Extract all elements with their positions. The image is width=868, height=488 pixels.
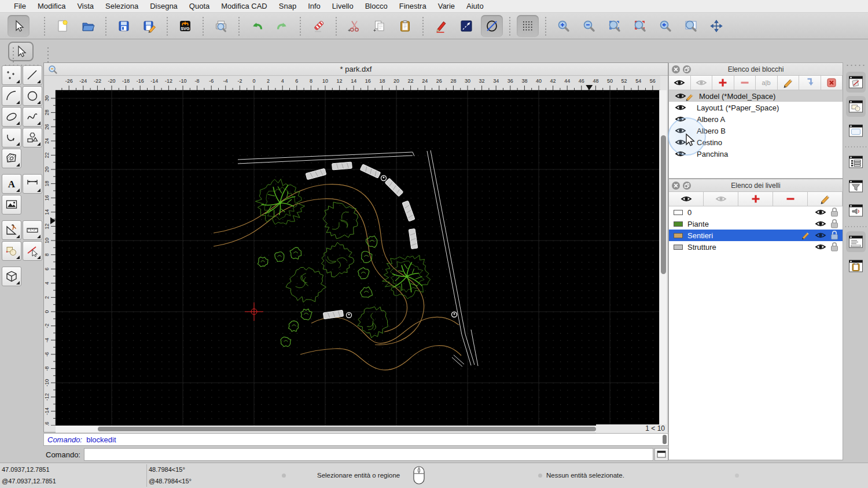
zoom-previous-button[interactable] bbox=[654, 15, 676, 37]
dock-list-window-button[interactable] bbox=[846, 151, 866, 172]
block-row[interactable]: Model (*Model_Space) bbox=[669, 90, 843, 102]
redo-button[interactable] bbox=[271, 15, 293, 37]
visibility-toggle[interactable] bbox=[815, 218, 826, 230]
scrollbar-thumb[interactable] bbox=[661, 135, 666, 274]
menu-quota[interactable]: Quota bbox=[183, 0, 215, 13]
visibility-toggle[interactable] bbox=[669, 148, 692, 160]
rename-block-button[interactable]: a|b bbox=[756, 76, 778, 90]
visibility-toggle[interactable] bbox=[669, 102, 692, 113]
lock-icon[interactable] bbox=[830, 241, 839, 253]
scrollbar-thumb[interactable] bbox=[98, 427, 596, 431]
menu-finestra[interactable]: Finestra bbox=[393, 0, 432, 13]
undo-button[interactable] bbox=[246, 15, 268, 37]
command-input[interactable] bbox=[84, 448, 653, 461]
dock-pencil-window-button[interactable] bbox=[846, 72, 866, 93]
menu-snap[interactable]: Snap bbox=[273, 0, 302, 13]
show-block-button[interactable] bbox=[669, 76, 691, 90]
measure-tool[interactable] bbox=[23, 220, 42, 240]
line-arrow-button[interactable] bbox=[455, 15, 477, 37]
visibility-toggle[interactable] bbox=[815, 206, 826, 218]
points-tool[interactable] bbox=[2, 65, 21, 85]
arc-tool[interactable] bbox=[2, 86, 21, 106]
modify-tool[interactable] bbox=[2, 220, 21, 240]
block-tools-tool[interactable] bbox=[2, 241, 21, 261]
zoom-out-button[interactable] bbox=[578, 15, 600, 37]
paste-button[interactable] bbox=[394, 15, 416, 37]
insert-block-button[interactable] bbox=[799, 76, 821, 90]
layer-row[interactable]: 0 bbox=[669, 206, 843, 218]
save-as-button[interactable] bbox=[138, 15, 160, 37]
remove-block-button[interactable] bbox=[734, 76, 756, 90]
menu-aiuto[interactable]: Aiuto bbox=[461, 0, 490, 13]
lock-icon[interactable] bbox=[830, 218, 839, 230]
eraser-button[interactable] bbox=[307, 15, 329, 37]
drawing-window-titlebar[interactable]: * park.dxf bbox=[44, 63, 668, 76]
visibility-toggle[interactable] bbox=[669, 125, 692, 136]
visibility-toggle[interactable] bbox=[669, 136, 692, 148]
block-row[interactable]: Albero A bbox=[669, 113, 843, 125]
visibility-toggle[interactable] bbox=[815, 241, 826, 253]
menu-modifica-cad[interactable]: Modifica CAD bbox=[215, 0, 273, 13]
visibility-toggle[interactable] bbox=[669, 113, 692, 125]
open-folder-button[interactable] bbox=[77, 15, 99, 37]
draft-mode-button[interactable] bbox=[481, 15, 503, 37]
canvas-horizontal-scrollbar[interactable] bbox=[56, 426, 597, 432]
spline-tool[interactable] bbox=[23, 107, 42, 127]
menu-seleziona[interactable]: Seleziona bbox=[100, 0, 144, 13]
copy-button[interactable] bbox=[369, 15, 391, 37]
dock-command-window-button[interactable] bbox=[846, 231, 866, 252]
visibility-toggle[interactable] bbox=[815, 230, 826, 241]
menu-blocco[interactable]: Blocco bbox=[359, 0, 393, 13]
add-block-button[interactable] bbox=[712, 76, 734, 90]
edit-layer-button[interactable] bbox=[808, 192, 843, 206]
edit-block-button[interactable] bbox=[778, 76, 800, 90]
close-icon[interactable] bbox=[672, 182, 680, 190]
block-row[interactable]: Albero B bbox=[669, 125, 843, 136]
menu-modifica[interactable]: Modifica bbox=[32, 0, 71, 13]
dimension-tool[interactable] bbox=[23, 174, 42, 194]
menu-disegna[interactable]: Disegna bbox=[144, 0, 183, 13]
block-row[interactable]: Layout1 (*Paper_Space) bbox=[669, 102, 843, 113]
canvas-vertical-scrollbar[interactable] bbox=[659, 90, 667, 426]
layer-row[interactable]: Strutture bbox=[669, 241, 843, 253]
lock-icon[interactable] bbox=[830, 206, 839, 218]
zoom-selection-button[interactable] bbox=[629, 15, 651, 37]
print-preview-button[interactable] bbox=[210, 15, 232, 37]
polygon-shapes-tool[interactable] bbox=[23, 128, 42, 147]
dock-filter-window-button[interactable] bbox=[846, 176, 866, 197]
add-layer-button[interactable] bbox=[738, 192, 773, 206]
hide-all-layers-button[interactable] bbox=[704, 192, 738, 206]
menu-livello[interactable]: Livello bbox=[326, 0, 359, 13]
show-layer-button[interactable] bbox=[669, 192, 704, 206]
drawing-canvas[interactable] bbox=[56, 90, 660, 426]
menu-file[interactable]: File bbox=[8, 0, 32, 13]
zoom-in-button[interactable] bbox=[553, 15, 575, 37]
select-entity-tool[interactable] bbox=[23, 241, 42, 261]
float-icon[interactable] bbox=[683, 182, 691, 190]
command-history[interactable]: Comando: blockedit bbox=[43, 433, 668, 446]
cut-button[interactable] bbox=[343, 15, 365, 37]
dock-clipboard-window-button[interactable] bbox=[846, 256, 866, 276]
new-document-button[interactable] bbox=[52, 15, 73, 37]
hide-all-blocks-button[interactable] bbox=[691, 76, 713, 90]
layer-row[interactable]: Sentieri bbox=[669, 230, 843, 241]
menu-vista[interactable]: Vista bbox=[71, 0, 100, 13]
dock-shapes-window-button[interactable] bbox=[846, 96, 866, 117]
command-detach-button[interactable] bbox=[654, 448, 668, 461]
delete-block-button[interactable] bbox=[821, 76, 843, 90]
svg-export-button[interactable]: SVG bbox=[174, 15, 196, 37]
close-icon[interactable] bbox=[672, 65, 680, 73]
command-history-scrollbar[interactable] bbox=[663, 435, 667, 444]
hatch-tool[interactable] bbox=[2, 149, 21, 168]
remove-layer-button[interactable] bbox=[773, 192, 808, 206]
polyline-tool[interactable] bbox=[2, 128, 21, 147]
dock-blank-window-button[interactable] bbox=[846, 120, 866, 141]
ellipse-tool[interactable] bbox=[2, 107, 21, 127]
grid-toggle-button[interactable] bbox=[517, 15, 539, 37]
selection-pointer-button[interactable] bbox=[8, 42, 34, 61]
zoom-window-button[interactable] bbox=[680, 15, 702, 37]
layer-row[interactable]: Piante bbox=[669, 218, 843, 230]
menu-info[interactable]: Info bbox=[302, 0, 326, 13]
line-tool[interactable] bbox=[23, 65, 42, 85]
menu-varie[interactable]: Varie bbox=[432, 0, 461, 13]
